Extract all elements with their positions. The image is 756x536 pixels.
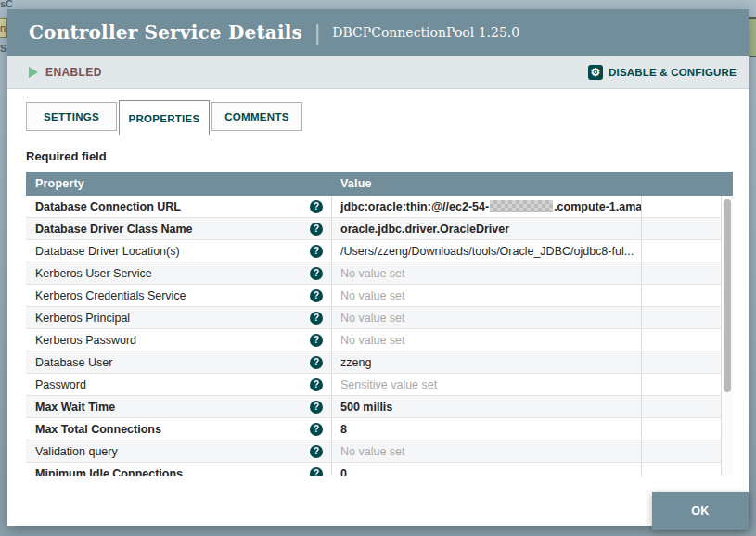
table-rows: Database Connection URL ? jdbc:oracle:th… bbox=[26, 196, 721, 476]
value-cell: No value set bbox=[332, 329, 642, 351]
help-icon[interactable]: ? bbox=[310, 245, 323, 258]
table-row: Database Connection URL ? jdbc:oracle:th… bbox=[26, 196, 721, 218]
help-icon[interactable]: ? bbox=[310, 312, 323, 325]
help-icon[interactable]: ? bbox=[310, 467, 323, 477]
table-row: Kerberos User Service ? No value set bbox=[26, 262, 721, 285]
enabled-status-label: ENABLED bbox=[45, 66, 102, 79]
table-row: Validation query ? No value set bbox=[26, 440, 721, 463]
empty-cell bbox=[642, 351, 721, 373]
table-row: Kerberos Principal ? No value set bbox=[26, 307, 721, 329]
empty-cell bbox=[642, 463, 721, 476]
table-row: Minimum Idle Connections ? 0 bbox=[26, 463, 721, 476]
property-cell: Kerberos Password ? bbox=[26, 329, 332, 351]
tab-properties[interactable]: PROPERTIES bbox=[119, 100, 210, 135]
property-name: Database Connection URL bbox=[35, 200, 181, 213]
dialog-header: Controller Service Details | DBCPConnect… bbox=[7, 9, 749, 56]
help-icon[interactable]: ? bbox=[310, 445, 323, 458]
dialog-content: SETTINGS PROPERTIES COMMENTS Required fi… bbox=[7, 100, 749, 476]
value-text: .compute-1.ama... bbox=[554, 200, 642, 213]
property-name: Max Total Connections bbox=[35, 423, 161, 436]
value-cell: oracle.jdbc.driver.OracleDriver bbox=[332, 218, 642, 239]
property-cell: Max Wait Time ? bbox=[26, 396, 332, 417]
property-name: Validation query bbox=[35, 445, 118, 458]
tab-comments[interactable]: COMMENTS bbox=[211, 102, 302, 131]
value-cell: 8 bbox=[332, 418, 642, 440]
table-row: Database User ? zzeng bbox=[26, 351, 721, 374]
help-icon[interactable]: ? bbox=[310, 356, 323, 369]
tab-bar: SETTINGS PROPERTIES COMMENTS bbox=[26, 100, 730, 135]
empty-cell bbox=[642, 440, 721, 462]
property-cell: Kerberos User Service ? bbox=[26, 262, 332, 284]
table-row: Kerberos Credentials Service ? No value … bbox=[26, 285, 721, 307]
property-column-header: Property bbox=[26, 177, 332, 190]
property-name: Kerberos User Service bbox=[35, 267, 152, 280]
dialog-subtitle: DBCPConnectionPool 1.25.0 bbox=[332, 25, 519, 40]
backdrop-highlighted-field: n bbox=[0, 18, 7, 38]
empty-cell bbox=[642, 196, 721, 217]
property-cell: Database User ? bbox=[26, 351, 332, 373]
help-icon[interactable]: ? bbox=[310, 200, 323, 213]
empty-cell bbox=[642, 374, 721, 395]
value-cell: No value set bbox=[332, 285, 642, 306]
help-icon[interactable]: ? bbox=[310, 267, 323, 280]
value-cell: Sensitive value set bbox=[332, 374, 642, 395]
dialog-title: Controller Service Details bbox=[29, 21, 302, 44]
property-cell: Database Driver Location(s) ? bbox=[26, 240, 332, 262]
backdrop-text-fragment: sC bbox=[0, 0, 13, 9]
value-cell: No value set bbox=[332, 262, 642, 284]
disable-and-configure-button[interactable]: ⚙ DISABLE & CONFIGURE bbox=[588, 65, 737, 80]
property-name: Kerberos Credentials Service bbox=[35, 289, 186, 302]
property-name: Kerberos Principal bbox=[35, 312, 130, 325]
gear-icon: ⚙ bbox=[588, 65, 603, 80]
property-name: Password bbox=[35, 378, 86, 391]
property-name: Database Driver Class Name bbox=[35, 223, 193, 236]
table-row: Password ? Sensitive value set bbox=[26, 374, 721, 396]
property-name: Minimum Idle Connections bbox=[35, 467, 183, 477]
value-column-header: Value bbox=[332, 177, 372, 190]
property-name: Kerberos Password bbox=[35, 334, 136, 347]
empty-cell bbox=[642, 307, 721, 328]
table-row: Kerberos Password ? No value set bbox=[26, 329, 721, 351]
title-separator: | bbox=[314, 21, 320, 44]
value-cell: 0 bbox=[332, 463, 642, 476]
empty-cell bbox=[642, 396, 721, 417]
empty-cell bbox=[642, 285, 721, 306]
controller-service-details-dialog: Controller Service Details | DBCPConnect… bbox=[7, 9, 749, 526]
property-cell: Kerberos Principal ? bbox=[26, 307, 332, 328]
help-icon[interactable]: ? bbox=[310, 401, 323, 414]
property-cell: Database Driver Class Name ? bbox=[26, 218, 332, 239]
table-row: Max Wait Time ? 500 millis bbox=[26, 396, 721, 418]
help-icon[interactable]: ? bbox=[310, 423, 323, 436]
value-cell: No value set bbox=[332, 307, 642, 328]
property-cell: Minimum Idle Connections ? bbox=[26, 463, 332, 476]
empty-cell bbox=[642, 418, 721, 440]
property-cell: Password ? bbox=[26, 374, 332, 395]
tab-settings[interactable]: SETTINGS bbox=[26, 102, 117, 131]
property-cell: Kerberos Credentials Service ? bbox=[26, 285, 332, 306]
property-name: Database Driver Location(s) bbox=[35, 245, 180, 258]
value-cell: No value set bbox=[332, 440, 642, 462]
help-icon[interactable]: ? bbox=[310, 289, 323, 302]
backdrop-highlighted-row bbox=[748, 17, 756, 57]
property-name: Database User bbox=[35, 356, 112, 369]
ok-button[interactable]: OK bbox=[652, 492, 749, 530]
property-cell: Database Connection URL ? bbox=[26, 196, 332, 217]
value-cell: jdbc:oracle:thin:@//ec2-54-.compute-1.am… bbox=[332, 196, 642, 217]
value-text: jdbc:oracle:thin:@//ec2-54- bbox=[340, 200, 489, 213]
help-icon[interactable]: ? bbox=[310, 378, 323, 391]
redacted-value bbox=[490, 200, 553, 212]
empty-cell bbox=[642, 329, 721, 351]
scrollbar-thumb[interactable] bbox=[724, 199, 731, 392]
empty-cell bbox=[642, 240, 721, 262]
table-header: Property Value bbox=[26, 172, 733, 196]
help-icon[interactable]: ? bbox=[310, 223, 323, 236]
value-cell: zzeng bbox=[332, 351, 642, 373]
property-cell: Validation query ? bbox=[26, 440, 332, 462]
disable-and-configure-label: DISABLE & CONFIGURE bbox=[609, 67, 737, 78]
table-row: Database Driver Class Name ? oracle.jdbc… bbox=[26, 218, 721, 240]
status-bar: ENABLED ⚙ DISABLE & CONFIGURE bbox=[7, 56, 749, 89]
table-scrollbar[interactable] bbox=[721, 196, 733, 476]
help-icon[interactable]: ? bbox=[310, 334, 323, 347]
empty-cell bbox=[642, 262, 721, 284]
value-cell: 500 millis bbox=[332, 396, 642, 417]
